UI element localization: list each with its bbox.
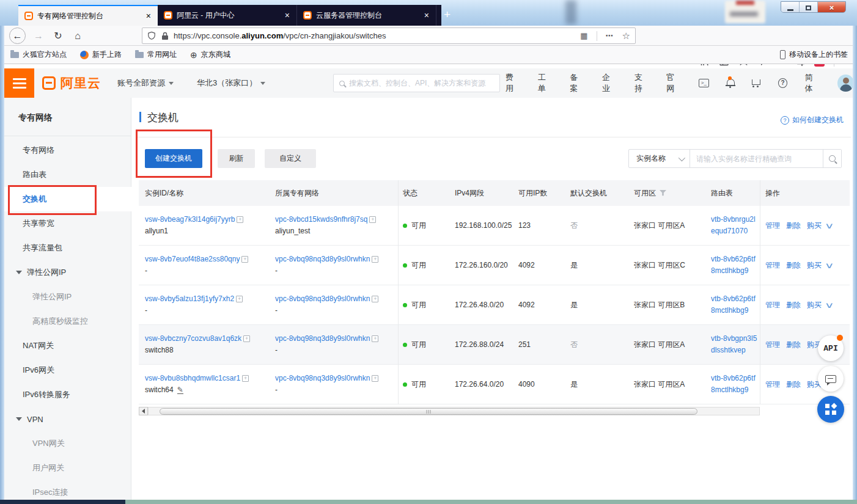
vpc-id-link[interactable]: vpc-8vbq98nq3d8y9sl0rwhkn: [275, 293, 370, 305]
help-icon[interactable]: ?: [778, 78, 788, 88]
bookmark-star-icon[interactable]: ☆: [622, 31, 630, 42]
close-button[interactable]: ×: [818, 2, 845, 13]
route-table-link[interactable]: 8mctlhkbg9: [711, 384, 759, 396]
browser-tab[interactable]: 专有网络管理控制台 ×: [18, 5, 158, 26]
menu-item[interactable]: 工单: [538, 72, 553, 94]
table-horizontal-scrollbar[interactable]: [139, 407, 760, 415]
browser-tab[interactable]: 云服务器管理控制台 ×: [297, 5, 436, 26]
chevron-down-icon[interactable]: ∨: [825, 221, 834, 230]
sidebar-item[interactable]: IPv6转换服务: [4, 382, 131, 407]
buy-action[interactable]: 购买: [807, 221, 822, 231]
sidebar-item[interactable]: IPv6网关: [4, 358, 131, 382]
manage-action[interactable]: 管理: [765, 379, 780, 390]
copy-icon[interactable]: +: [372, 375, 378, 382]
scroll-left-button[interactable]: [139, 407, 148, 415]
copy-icon[interactable]: +: [372, 256, 378, 263]
search-button[interactable]: [823, 150, 841, 167]
manage-action[interactable]: 管理: [765, 340, 780, 350]
buy-action[interactable]: 购买: [807, 300, 822, 310]
sidebar-item[interactable]: 高精度秒级监控: [4, 309, 131, 334]
copy-icon[interactable]: +: [241, 256, 248, 263]
menu-item[interactable]: 官网: [666, 72, 682, 94]
avatar[interactable]: [837, 75, 854, 92]
copy-icon[interactable]: +: [369, 216, 376, 223]
forward-button[interactable]: →: [31, 26, 46, 46]
cloudshell-icon[interactable]: >_: [699, 79, 709, 87]
route-table-link[interactable]: dlsshtkvep: [711, 345, 759, 356]
refresh-button[interactable]: 刷新: [218, 149, 255, 168]
copy-icon[interactable]: +: [372, 335, 378, 342]
console-menu-button[interactable]: [4, 68, 34, 98]
switch-id-link[interactable]: vsw-8vb7euof4t8ae2ss80qny: [145, 254, 240, 265]
qr-scan-icon[interactable]: ▦: [580, 31, 587, 40]
bookmark-item[interactable]: 新手上路: [80, 49, 122, 60]
copy-icon[interactable]: +: [372, 296, 378, 302]
sidebar-item[interactable]: 弹性公网IP: [4, 285, 131, 309]
sidebar-item[interactable]: NAT网关: [4, 334, 131, 358]
delete-action[interactable]: 删除: [786, 300, 801, 310]
route-table-link[interactable]: equd71070: [711, 225, 759, 237]
copy-icon[interactable]: +: [237, 216, 243, 223]
locale-switch[interactable]: 简体: [804, 72, 820, 94]
manage-action[interactable]: 管理: [765, 221, 780, 231]
create-switch-button[interactable]: 创建交换机: [145, 149, 202, 168]
manage-action[interactable]: 管理: [765, 300, 780, 310]
route-table-link[interactable]: 8mctlhkbg9: [711, 265, 759, 277]
cart-icon[interactable]: [751, 79, 761, 87]
customize-button[interactable]: 自定义: [265, 149, 316, 168]
filter-funnel-icon[interactable]: [660, 190, 666, 196]
bookmark-item[interactable]: 常用网址: [135, 49, 177, 60]
home-button[interactable]: ⌂: [70, 26, 85, 46]
lock-icon[interactable]: [161, 32, 169, 40]
switch-id-link[interactable]: vsw-8vbczny7cozvu8av1q6zk: [145, 333, 241, 345]
page-actions-icon[interactable]: ⋯: [606, 31, 614, 40]
copy-icon[interactable]: +: [236, 296, 243, 302]
copy-icon[interactable]: +: [243, 335, 250, 342]
delete-action[interactable]: 删除: [786, 221, 801, 231]
notifications-bell-icon[interactable]: [726, 78, 735, 88]
route-table-link[interactable]: vtb-8vb62p6tf: [711, 293, 759, 305]
vpc-id-link[interactable]: vpc-8vbq98nq3d8y9sl0rwhkn: [275, 333, 370, 345]
region-selector[interactable]: 华北3（张家口）: [197, 68, 265, 98]
route-table-link[interactable]: vtb-8vb62p6tf: [711, 254, 759, 265]
delete-action[interactable]: 删除: [786, 340, 801, 350]
search-field-selector[interactable]: 实例名称: [629, 150, 690, 167]
vpc-id-link[interactable]: vpc-8vbq98nq3d8y9sl0rwhkn: [275, 373, 370, 384]
edit-pencil-icon[interactable]: ✎: [177, 387, 183, 394]
back-button[interactable]: ←: [9, 27, 26, 44]
feedback-chat-button[interactable]: [818, 366, 844, 392]
route-table-link[interactable]: 8mctlhkbg9: [711, 305, 759, 316]
account-resource-selector[interactable]: 账号全部资源: [117, 68, 174, 98]
tab-close-icon[interactable]: ×: [144, 11, 153, 21]
sidebar-item[interactable]: 用户网关: [4, 456, 131, 480]
scrollbar-thumb[interactable]: [160, 408, 697, 415]
how-to-create-link[interactable]: ? 如何创建交换机: [781, 115, 844, 125]
chevron-down-icon[interactable]: ∨: [825, 301, 834, 310]
sidebar-item[interactable]: 路由表: [4, 163, 131, 187]
new-tab-button[interactable]: +: [444, 9, 451, 20]
chevron-down-icon[interactable]: ∨: [825, 261, 834, 270]
sidebar-item[interactable]: 交换机: [4, 187, 131, 211]
sidebar-item[interactable]: 共享带宽: [4, 211, 131, 236]
copy-icon[interactable]: +: [242, 375, 249, 382]
buy-action[interactable]: 购买: [807, 260, 822, 271]
api-panel-button[interactable]: API: [818, 335, 844, 361]
route-table-link[interactable]: vtb-8vb62p6tf: [711, 373, 759, 384]
console-search-box[interactable]: [333, 74, 500, 92]
route-table-link[interactable]: vtb-8vbnrgu2l: [711, 214, 759, 225]
mobile-bookmarks[interactable]: 移动设备上的书签: [780, 49, 848, 60]
tab-close-icon[interactable]: ×: [422, 10, 431, 20]
sidebar-item[interactable]: VPN: [4, 407, 131, 431]
tracking-shield-icon[interactable]: [147, 31, 156, 40]
switch-id-link[interactable]: vsw-8vby5alzu13fj1yfy7xh2: [145, 293, 234, 305]
minimize-button[interactable]: [781, 2, 800, 13]
bookmark-item[interactable]: 火狐官方站点: [10, 49, 67, 60]
bookmark-item[interactable]: ⊕ 京东商城: [190, 49, 230, 60]
browser-tab[interactable]: 阿里云 - 用户中心 ×: [158, 5, 297, 26]
route-table-link[interactable]: vtb-8vbgpn3l5: [711, 333, 759, 345]
aliyun-brand[interactable]: 阿里云: [42, 68, 101, 98]
menu-item[interactable]: 费用: [506, 72, 521, 94]
tab-close-icon[interactable]: ×: [283, 10, 292, 20]
menu-item[interactable]: 企业: [602, 72, 617, 94]
vpc-id-link[interactable]: vpc-8vbq98nq3d8y9sl0rwhkn: [275, 254, 370, 265]
